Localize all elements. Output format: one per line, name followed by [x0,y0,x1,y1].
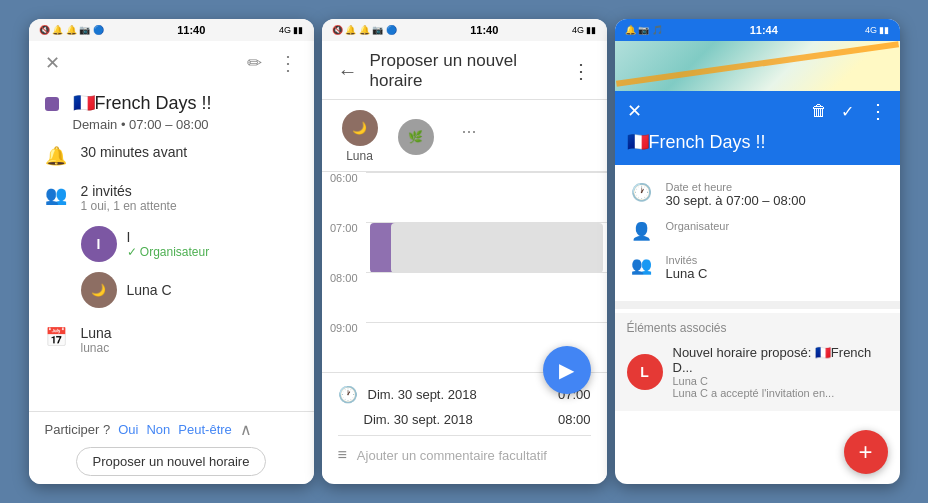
phone-3: 🔔 📷 🎵 11:44 4G ▮▮ ✕ 🗑 ✓ ⋮ 🇫🇷French Days … [615,19,900,484]
start-date: Dim. 30 sept. 2018 [368,387,477,402]
status-icons-left-2: 🔇 🔔 🔔 📷 🔵 [332,25,397,35]
person-icon-3: 👤 [631,221,652,242]
participate-row: Participer ? Oui Non Peut-être ∧ [45,420,298,439]
datetime-value: 30 sept. à 07:00 – 08:00 [666,193,806,208]
calendar-name: Luna [81,325,112,341]
phone-1: 🔇 🔔 🔔 📷 🔵 11:40 4G ▮▮ ✕ ✏ ⋮ 🇫🇷French Day… [29,19,314,484]
assoc-description: Luna C a accepté l'invitation en... [673,387,888,399]
guests-count: 2 invités [81,183,177,199]
status-bar-3: 🔔 📷 🎵 11:44 4G ▮▮ [615,19,900,41]
organizer-row-3: 👤 Organisateur [631,214,884,248]
guests-label-3: Invités [666,254,708,266]
guest-row: 🌙 Luna C [29,267,314,313]
calendar-section: 📅 Luna lunac [29,317,314,363]
participate-label: Participer ? [45,422,111,437]
assoc-title-text: Nouvel horaire proposé: 🇫🇷French D... [673,345,888,375]
event-title-row: 🇫🇷French Days !! Demain • 07:00 – 08:00 [29,83,314,136]
participant-other: 🌿 [398,119,434,155]
comment-icon: ≡ [338,446,347,464]
phone-2: 🔇 🔔 🔔 📷 🔵 11:40 4G ▮▮ ← Proposer un nouv… [322,19,607,484]
associated-section: Éléments associés L Nouvel horaire propo… [615,313,900,411]
participant-luna-name: Luna [346,149,373,163]
more-icon-3[interactable]: ⋮ [868,99,888,123]
status-time-3: 11:44 [750,24,778,36]
confirm-icon[interactable]: ✓ [841,102,854,121]
time-label-0600: 06:00 [322,172,366,184]
clock-icon-start: 🕐 [338,385,358,404]
status-icons-left-3: 🔔 📷 🎵 [625,25,663,35]
signal-1: 4G ▮▮ [279,25,304,35]
status-icons-right-1: 4G ▮▮ [279,25,304,35]
chevron-icon[interactable]: ∧ [240,420,252,439]
more-icon-2[interactable]: ⋮ [571,59,591,83]
status-icons-right-3: 4G ▮▮ [865,25,890,35]
status-bar-1: 🔇 🔔 🔔 📷 🔵 11:40 4G ▮▮ [29,19,314,41]
organizer-name: I [127,229,210,245]
propose-header: ← Proposer un nouvel horaire ⋮ [322,41,607,100]
add-fab[interactable]: + [844,430,888,474]
end-date: Dim. 30 sept. 2018 [364,412,473,427]
footer-1: Participer ? Oui Non Peut-être ∧ Propose… [29,411,314,484]
slot-area-0800 [366,272,607,322]
status-icons-left-1: 🔇 🔔 🔔 📷 🔵 [39,25,104,35]
guests-icon: 👥 [45,184,67,206]
slot-area-0700 [366,222,607,272]
time-label-0900: 09:00 [322,322,366,334]
event-subtitle: Demain • 07:00 – 08:00 [73,117,212,132]
guests-value-3: Luna C [666,266,708,281]
proposed-block-gray [391,223,603,273]
slot-0600: 06:00 [322,172,607,222]
map-strip [615,41,900,91]
non-button[interactable]: Non [146,422,170,437]
clock-icon-3: 🕐 [631,182,652,203]
status-icons-right-2: 4G ▮▮ [572,25,597,35]
comment-placeholder[interactable]: Ajouter un commentaire facultatif [357,448,547,463]
event-body-3: 🕐 Date et heure 30 sept. à 07:00 – 08:00… [615,165,900,297]
status-icons-3: 🔔 📷 🎵 [625,25,663,35]
status-icons-1: 🔇 🔔 🔔 📷 🔵 [39,25,104,35]
guest-name: Luna C [127,282,172,298]
status-time-1: 11:40 [177,24,205,36]
header-icons-3: 🗑 ✓ ⋮ [811,99,888,123]
time-label-0800: 08:00 [322,272,366,284]
back-icon[interactable]: ← [338,60,358,83]
guests-icon-3: 👥 [631,255,652,276]
assoc-avatar: L [627,354,663,390]
propose-button[interactable]: Proposer un nouvel horaire [76,447,267,476]
signal-2: 4G ▮▮ [572,25,597,35]
reminder-text: 30 minutes avant [81,144,188,160]
event-header-1: ✕ ✏ ⋮ [29,41,314,83]
status-time-2: 11:40 [470,24,498,36]
organizer-label-3: Organisateur [666,220,730,232]
calendar-icon: 📅 [45,326,67,348]
slot-area-0600 [366,172,607,222]
assoc-author: Luna C [673,375,888,387]
participants-row: 🌙 Luna 🌿 ··· [322,100,607,172]
datetime-row: 🕐 Date et heure 30 sept. à 07:00 – 08:00 [631,175,884,214]
delete-icon[interactable]: 🗑 [811,102,827,120]
event-title: 🇫🇷French Days !! [73,93,212,115]
divider-3 [615,301,900,309]
end-time-row: Dim. 30 sept. 2018 08:00 [338,408,591,431]
close-icon-3[interactable]: ✕ [627,100,642,122]
guests-row-3: 👥 Invités Luna C [631,248,884,287]
associated-item[interactable]: L Nouvel horaire proposé: 🇫🇷French D... … [627,341,888,403]
more-icon[interactable]: ⋮ [278,51,298,75]
participant-other-avatar: 🌿 [398,119,434,155]
event-header-3: ✕ 🗑 ✓ ⋮ 🇫🇷French Days !! [615,91,900,165]
guests-section: 👥 2 invités 1 oui, 1 en attente [29,175,314,221]
bell-icon: 🔔 [45,145,67,167]
end-time: 08:00 [558,412,591,427]
close-icon[interactable]: ✕ [45,52,60,74]
guest-avatar: 🌙 [81,272,117,308]
event-color-dot [45,97,59,111]
organizer-avatar: I [81,226,117,262]
send-fab[interactable]: ▶ [543,346,591,394]
status-bar-2: 🔇 🔔 🔔 📷 🔵 11:40 4G ▮▮ [322,19,607,41]
reminder-section: 🔔 30 minutes avant [29,136,314,175]
calendar-sub: lunac [81,341,112,355]
map-road [615,41,898,87]
oui-button[interactable]: Oui [118,422,138,437]
maybe-button[interactable]: Peut-être [178,422,231,437]
edit-icon[interactable]: ✏ [247,52,262,74]
